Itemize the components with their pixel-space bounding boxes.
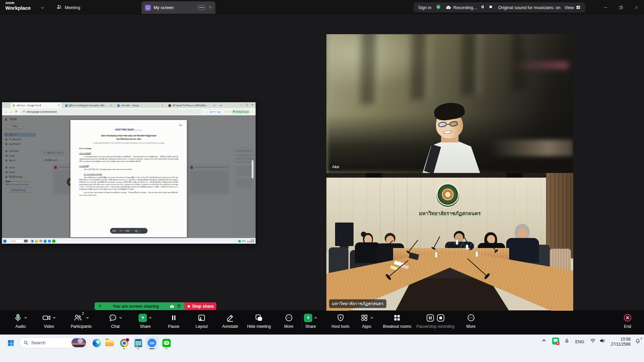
browser-minimize-icon: — <box>240 103 243 106</box>
tab-my-screen[interactable]: My screen <box>142 1 215 14</box>
participant-name-label: Ake <box>329 164 342 170</box>
paragraph: หลักการทั่วไปเกี่ยวกับการประชุมของคณะกรร… <box>79 168 178 171</box>
minimize-button[interactable] <box>598 0 613 15</box>
original-sound-toggle[interactable]: Original sound for musicians: on <box>498 5 560 10</box>
canva-favicon <box>117 104 120 107</box>
tray-microphone-icon[interactable] <box>564 338 570 344</box>
layout-label: Layout <box>196 324 208 329</box>
zoom-in-icon: ＋ <box>139 229 141 232</box>
hide-meeting-button[interactable]: Hide meeting <box>247 313 271 329</box>
layout-button[interactable]: Layout <box>196 313 208 329</box>
water-bottle <box>456 240 458 245</box>
pause-stop-recording-control[interactable]: Pause/stop recording <box>416 313 454 329</box>
audio-button[interactable]: Audio <box>14 313 28 329</box>
search-highlight-image[interactable] <box>71 338 86 347</box>
tab-options-icon[interactable] <box>198 5 206 10</box>
paragraph: ประธานกรรมการตรวจสอบควรกำหนดจำนวนครั้งขอ… <box>79 191 178 196</box>
tray-language[interactable]: ENG <box>575 340 584 344</box>
sign-in-button[interactable]: Sign in <box>418 5 432 10</box>
chevron-down-icon[interactable] <box>24 316 28 319</box>
verify-shield-icon: ✪ <box>233 110 234 113</box>
hide-meeting-icon <box>255 313 263 322</box>
tray-chevron-up-icon[interactable] <box>542 338 546 343</box>
end-meeting-button[interactable]: End <box>623 313 632 329</box>
start-button[interactable] <box>4 336 17 350</box>
verify-label: Verify it's you <box>236 111 249 113</box>
more-button[interactable]: More <box>284 313 293 329</box>
caret-up-icon[interactable] <box>314 316 317 319</box>
annotate-label: Annotate <box>222 324 238 329</box>
folder-icon <box>35 240 38 243</box>
video-tile-ake[interactable]: Ake <box>326 34 573 173</box>
chevron-down-icon[interactable] <box>86 316 89 319</box>
titlebar-status-cluster: Sign in Recording... Original sound for … <box>414 2 586 12</box>
host-tools-button[interactable]: Host tools <box>331 313 349 329</box>
ake-glasses-bridge <box>447 124 450 125</box>
taskbar-zoom-active[interactable]: zm <box>145 336 159 350</box>
apps-button[interactable]: Apps <box>360 313 374 329</box>
mini-weather <box>24 240 28 242</box>
participants-count-badge: 2 <box>82 311 84 315</box>
share-button[interactable]: Share <box>139 313 152 329</box>
pause-share-button[interactable]: Pause <box>168 313 179 329</box>
chevron-down-icon[interactable] <box>53 316 56 319</box>
taskbar-edge[interactable] <box>90 336 103 350</box>
more-button-secondary[interactable]: More <box>466 313 475 329</box>
close-button[interactable] <box>629 0 644 15</box>
end-label: End <box>624 324 631 329</box>
stop-recording-icon[interactable] <box>436 313 445 322</box>
view-button[interactable]: View <box>565 5 581 10</box>
room-right-panel <box>546 173 573 258</box>
notes-icon <box>135 339 142 347</box>
apps-icon <box>360 313 369 322</box>
tray-notification-bell-icon[interactable]: z <box>635 338 641 345</box>
browser-tab: ฟรี ฟอนต์ โลโก้และงานดีไซน์อื่นๆ ✕ <box>167 103 217 108</box>
video-tile-room[interactable]: มหาวิทยาลัยราชภัฏสกลนคร <box>326 173 573 311</box>
tray-clock[interactable]: 10:58 27/11/2568 <box>611 337 631 347</box>
chevron-down-icon[interactable] <box>40 5 45 11</box>
meeting-stage: หน้าแรก - Google ไดรฟ์ ✕ ผู้มีส่วนร่วมข้… <box>0 15 644 325</box>
tab-close-icon: ✕ <box>110 104 112 107</box>
tray-works-icon[interactable]: N <box>552 338 559 345</box>
caret-up-icon[interactable] <box>370 316 374 319</box>
edge-icon <box>93 339 101 347</box>
taskbar-chrome[interactable] <box>117 336 131 350</box>
verify-chip: ✪ Verify it's you <box>231 110 250 114</box>
screen-share-icon <box>145 5 151 11</box>
site-favicon <box>168 104 171 107</box>
annotate-button[interactable]: Annotate <box>222 313 238 329</box>
tab-close-icon[interactable] <box>208 5 212 10</box>
chevron-down-icon[interactable] <box>119 316 122 319</box>
stop-share-button[interactable]: Stop share <box>184 302 216 310</box>
stop-recording-icon[interactable] <box>489 5 493 10</box>
chevron-down-icon[interactable] <box>149 316 152 319</box>
restore-button[interactable] <box>613 0 629 15</box>
pause-recording-icon[interactable] <box>481 5 485 10</box>
stop-share-label: Stop share <box>192 304 214 309</box>
search-box[interactable]: Search <box>19 337 88 348</box>
tray-speaker-icon[interactable] <box>599 338 605 343</box>
browser-content: ไดรฟ์ + ใหม่ หน้าแรก ไดรฟ์ของฉัน คอมพิวเ… <box>2 115 256 238</box>
breakout-rooms-button[interactable]: Breakout rooms <box>383 313 412 329</box>
section-heading: 3.3.1 การประชุม <box>79 147 178 150</box>
share-button-secondary[interactable]: Share <box>304 313 317 329</box>
pause-recording-icon[interactable] <box>426 313 435 322</box>
chat-button[interactable]: Chat <box>109 313 122 329</box>
share-screen-icon <box>304 314 312 322</box>
taskbar-explorer[interactable] <box>103 336 116 350</box>
tab-meeting[interactable]: Meeting <box>56 0 80 15</box>
forward-icon: → <box>10 110 13 113</box>
zoom-app-icon <box>48 240 51 243</box>
shield-check-icon[interactable] <box>435 4 441 11</box>
participants-button[interactable]: 2 Participants <box>71 313 92 329</box>
camera-icon <box>42 313 51 322</box>
taskbar-line[interactable]: LINE <box>160 336 173 350</box>
annotate-pencil-icon <box>226 313 234 322</box>
taskbar-notes-app[interactable] <box>131 336 145 350</box>
tray-wifi-icon[interactable] <box>590 338 596 343</box>
document-number-line: เอกสารหมายเลข............ <box>79 127 178 131</box>
stop-icon <box>187 305 191 308</box>
more-label: More <box>284 324 293 329</box>
video-button[interactable]: Video <box>42 313 56 329</box>
tab-close-icon: ✕ <box>161 104 163 107</box>
